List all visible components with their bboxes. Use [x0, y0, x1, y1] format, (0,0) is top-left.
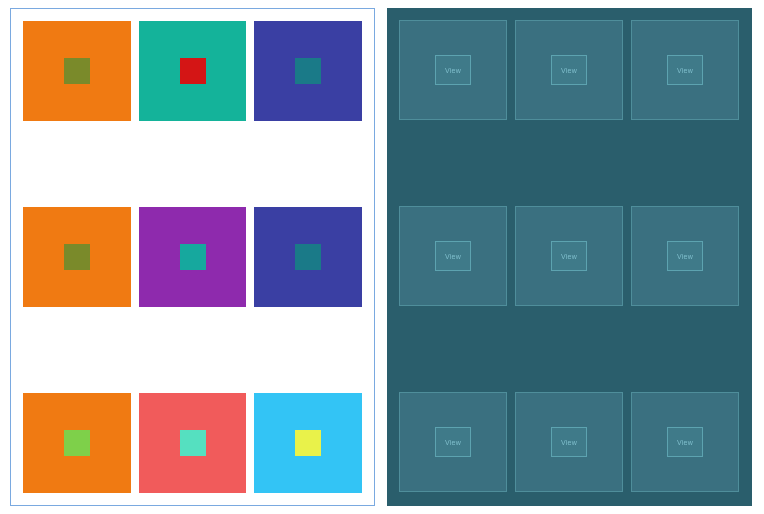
- color-swatch: [180, 244, 206, 270]
- color-tile[interactable]: [254, 207, 362, 307]
- wire-inner: View: [551, 55, 587, 85]
- wire-label: View: [677, 67, 693, 74]
- wire-tile[interactable]: View: [399, 392, 507, 492]
- color-tile[interactable]: [139, 21, 247, 121]
- wire-tile[interactable]: View: [631, 20, 739, 120]
- color-swatch: [64, 244, 90, 270]
- color-swatch: [180, 58, 206, 84]
- wire-inner: View: [435, 241, 471, 271]
- wire-tile[interactable]: View: [399, 206, 507, 306]
- wire-inner: View: [551, 241, 587, 271]
- wire-label: View: [561, 253, 577, 260]
- wire-label: View: [445, 439, 461, 446]
- stage: View View View View View View View View …: [0, 0, 764, 514]
- color-swatch: [180, 430, 206, 456]
- color-tile[interactable]: [254, 21, 362, 121]
- wire-tile[interactable]: View: [631, 392, 739, 492]
- color-swatch: [295, 430, 321, 456]
- right-row-2: View View View: [387, 392, 752, 492]
- color-tile[interactable]: [23, 393, 131, 493]
- color-swatch: [64, 430, 90, 456]
- left-row-0: [11, 21, 374, 121]
- color-swatch: [295, 244, 321, 270]
- wire-label: View: [445, 67, 461, 74]
- wire-label: View: [445, 253, 461, 260]
- wire-inner: View: [435, 55, 471, 85]
- wire-inner: View: [435, 427, 471, 457]
- wire-tile[interactable]: View: [631, 206, 739, 306]
- wire-label: View: [677, 253, 693, 260]
- right-row-1: View View View: [387, 206, 752, 306]
- color-tile[interactable]: [23, 207, 131, 307]
- right-panel: View View View View View View View View …: [387, 8, 752, 506]
- wire-label: View: [561, 439, 577, 446]
- wire-tile[interactable]: View: [515, 206, 623, 306]
- color-tile[interactable]: [254, 393, 362, 493]
- color-swatch: [295, 58, 321, 84]
- wire-tile[interactable]: View: [515, 392, 623, 492]
- wire-tile[interactable]: View: [515, 20, 623, 120]
- color-tile[interactable]: [23, 21, 131, 121]
- color-tile[interactable]: [139, 207, 247, 307]
- left-row-1: [11, 207, 374, 307]
- wire-tile[interactable]: View: [399, 20, 507, 120]
- left-row-2: [11, 393, 374, 493]
- wire-label: View: [561, 67, 577, 74]
- left-panel: [10, 8, 375, 506]
- wire-inner: View: [667, 427, 703, 457]
- wire-inner: View: [667, 55, 703, 85]
- wire-inner: View: [667, 241, 703, 271]
- color-tile[interactable]: [139, 393, 247, 493]
- wire-label: View: [677, 439, 693, 446]
- right-row-0: View View View: [387, 20, 752, 120]
- wire-inner: View: [551, 427, 587, 457]
- color-swatch: [64, 58, 90, 84]
